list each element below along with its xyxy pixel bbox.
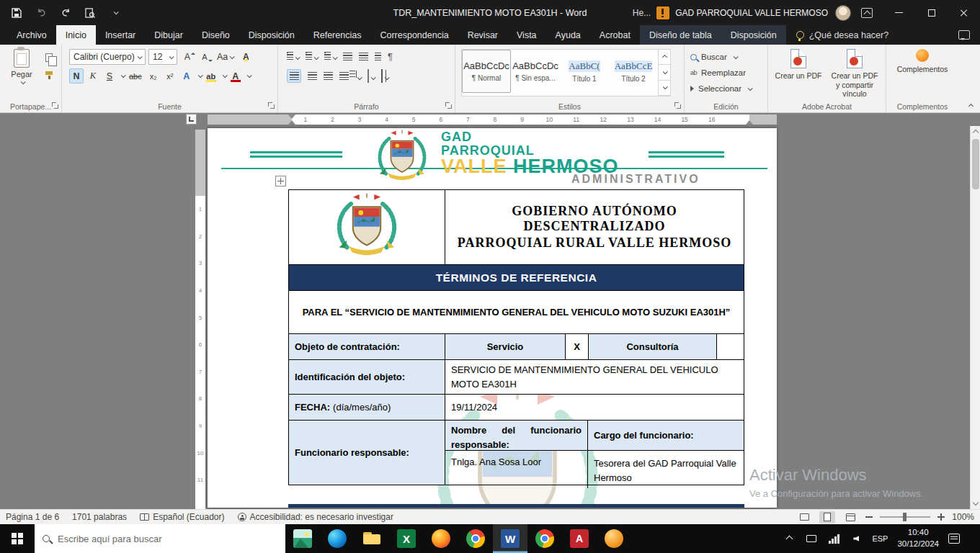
align-left-button[interactable] <box>287 69 301 83</box>
tab-vista[interactable]: Vista <box>507 25 546 45</box>
decrease-indent-icon[interactable] <box>343 53 352 60</box>
align-center-icon[interactable] <box>308 72 317 80</box>
display-icon[interactable] <box>805 532 818 545</box>
network-icon[interactable] <box>827 532 840 545</box>
account-warning-icon[interactable] <box>656 6 669 19</box>
scroll-up-icon[interactable] <box>973 130 979 135</box>
find-button[interactable]: Buscar <box>685 49 767 65</box>
print-layout-button[interactable] <box>819 511 835 523</box>
tab-disposicion-tabla[interactable]: Disposición <box>721 25 786 45</box>
horizontal-ruler[interactable]: 12345678910111213141516 <box>208 114 777 125</box>
sort-icon[interactable] <box>375 53 381 60</box>
taskbar-app-excel[interactable] <box>389 524 424 553</box>
taskbar-app-file-explorer[interactable] <box>355 524 389 553</box>
tab-ayuda[interactable]: Ayuda <box>546 25 590 45</box>
first-line-indent-marker[interactable] <box>288 114 295 119</box>
styles-scroll-up-icon[interactable] <box>659 50 670 65</box>
funcionario-label-cell[interactable]: Funcionario responsable: <box>289 421 445 485</box>
consultoria-mark-cell[interactable] <box>717 334 744 359</box>
vertical-scrollbar[interactable] <box>970 126 980 509</box>
strikethrough-button[interactable]: abc <box>127 68 144 84</box>
consultoria-cell[interactable]: Consultoría <box>589 334 717 359</box>
tab-diseno-de-tabla[interactable]: Diseño de tabla <box>640 25 721 45</box>
style-titulo-1[interactable]: AaBbC( Título 1 <box>560 50 609 93</box>
avatar[interactable] <box>835 5 851 21</box>
identificacion-label-cell[interactable]: Identificación del objeto: <box>289 360 445 394</box>
account-name[interactable]: GAD PARROQUIAL VALLE HERMOSO <box>675 8 828 18</box>
shrink-font-button[interactable]: A <box>197 50 212 65</box>
table-subject-row[interactable]: PARA EL “SERVICIO DE MANTENMIMIENTO GENE… <box>289 291 744 334</box>
feedback-comment-icon[interactable] <box>958 30 970 40</box>
undo-icon[interactable] <box>35 6 48 19</box>
zoom-slider-thumb[interactable] <box>903 513 906 521</box>
volume-muted-icon[interactable]: × <box>850 532 863 545</box>
taskbar-app-chrome-alt[interactable] <box>527 524 562 553</box>
hanging-indent-marker[interactable] <box>288 120 295 125</box>
tab-correspondencia[interactable]: Correspondencia <box>370 25 458 45</box>
tab-disposicion[interactable]: Disposición <box>239 25 304 45</box>
fecha-value-cell[interactable]: 19/11/2024 <box>445 395 744 420</box>
styles-dialog-launcher-icon[interactable] <box>674 102 682 109</box>
pilcrow-icon[interactable]: ¶ <box>388 51 393 62</box>
tab-referencias[interactable]: Referencias <box>304 25 371 45</box>
font-color-button[interactable]: A <box>228 68 243 84</box>
create-share-pdf-button[interactable]: Crear un PDF y compartir vínculo <box>829 49 881 102</box>
tab-insertar[interactable]: Insertar <box>96 25 145 45</box>
read-mode-button[interactable] <box>796 511 812 523</box>
cargo-header-cell[interactable]: Cargo del funcionario: <box>588 421 744 450</box>
styles-scroll-down-icon[interactable] <box>659 65 670 80</box>
web-layout-button[interactable] <box>842 511 858 523</box>
scroll-down-icon[interactable] <box>973 500 979 505</box>
customize-qat-icon[interactable] <box>108 6 121 19</box>
ribbon-display-options-icon[interactable] <box>861 8 873 18</box>
clipboard-dialog-launcher-icon[interactable] <box>52 102 59 109</box>
paste-button[interactable]: Pegar <box>6 49 37 101</box>
highlight-color-button[interactable]: ab <box>204 68 218 84</box>
select-button[interactable]: Seleccionar <box>685 81 767 96</box>
language-indicator[interactable]: ESP <box>872 534 888 543</box>
replace-button[interactable]: ab Reemplazar <box>685 65 767 81</box>
subscript-button[interactable]: x₂ <box>146 68 161 84</box>
fecha-label-cell[interactable]: FECHA: (día/mes/año) <box>289 395 445 420</box>
align-right-icon[interactable] <box>324 72 333 80</box>
taskbar-app-orange[interactable] <box>597 524 631 553</box>
zoom-slider[interactable] <box>880 516 930 518</box>
table-move-handle[interactable] <box>275 176 286 186</box>
tab-diseno[interactable]: Diseño <box>192 25 239 45</box>
tab-stop-selector[interactable] <box>186 114 197 125</box>
superscript-button[interactable]: x² <box>163 68 177 84</box>
taskbar-app-chrome[interactable] <box>458 524 493 553</box>
word-count[interactable]: 1701 palabras <box>72 512 127 522</box>
line-spacing-icon[interactable] <box>355 70 361 83</box>
style-sin-espaciado[interactable]: AaBbCcDc ¶ Sin espa... <box>511 50 560 93</box>
style-normal[interactable]: AaBbCcDc ¶ Normal <box>462 50 511 93</box>
accessibility-status[interactable]: Accesibilidad: es necesario investigar <box>238 512 393 522</box>
close-button[interactable] <box>948 0 980 25</box>
taskbar-app-word[interactable] <box>493 524 527 553</box>
tell-me-search[interactable]: ¿Qué desea hacer? <box>786 25 899 45</box>
document-page[interactable]: GAD PARROQUIAL VALLE HERMOSO ADMINISTRAT… <box>208 128 777 508</box>
maximize-button[interactable] <box>915 0 948 25</box>
underline-chevron-icon[interactable] <box>121 73 126 78</box>
taskbar-search-input[interactable] <box>56 533 258 545</box>
tab-archivo[interactable]: Archivo <box>7 25 56 45</box>
redo-icon[interactable] <box>59 6 72 19</box>
bullet-list-icon[interactable] <box>287 50 299 63</box>
save-icon[interactable] <box>10 6 23 19</box>
numbered-list-icon[interactable] <box>306 50 318 63</box>
nombre-header-cell[interactable]: Nombre del funcionario responsable: <box>445 421 588 450</box>
taskbar-app-acrobat[interactable] <box>562 524 597 553</box>
justify-icon[interactable] <box>339 72 349 80</box>
minimize-button[interactable] <box>883 0 915 25</box>
table-banner-row[interactable]: TÉRMINOS DE REFERENCIA <box>289 265 744 291</box>
styles-gallery-expand-icon[interactable] <box>659 81 670 96</box>
collapse-ribbon-icon[interactable] <box>968 104 974 109</box>
taskbar-search[interactable] <box>35 524 285 553</box>
italic-button[interactable]: K <box>86 68 100 84</box>
right-indent-marker[interactable] <box>746 120 753 125</box>
zoom-out-icon[interactable] <box>865 516 873 518</box>
multilevel-list-icon[interactable] <box>324 50 337 63</box>
tray-expand-chevron-icon[interactable] <box>783 532 796 545</box>
underline-button[interactable]: S <box>102 68 117 84</box>
objeto-label-cell[interactable]: Objeto de contratación: <box>289 334 445 359</box>
